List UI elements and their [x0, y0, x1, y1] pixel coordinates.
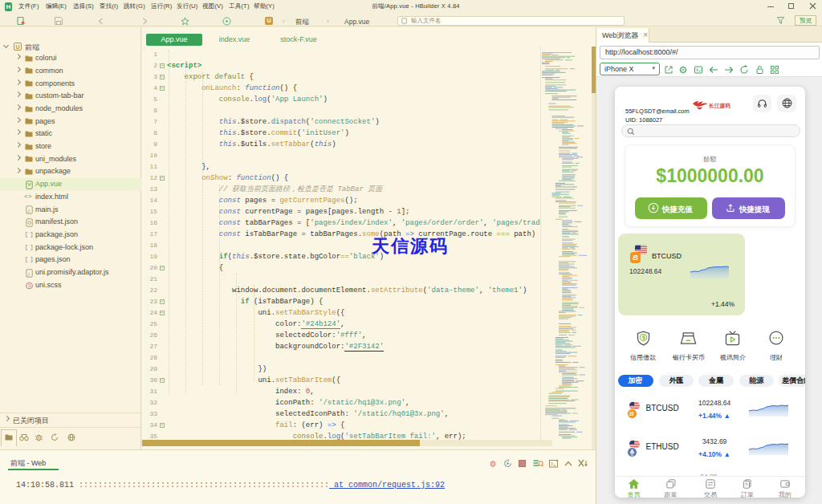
- svg-text:J: J: [27, 271, 30, 276]
- svg-text:J: J: [27, 209, 30, 213]
- svg-text:$: $: [642, 334, 646, 341]
- svg-text:S: S: [27, 283, 31, 288]
